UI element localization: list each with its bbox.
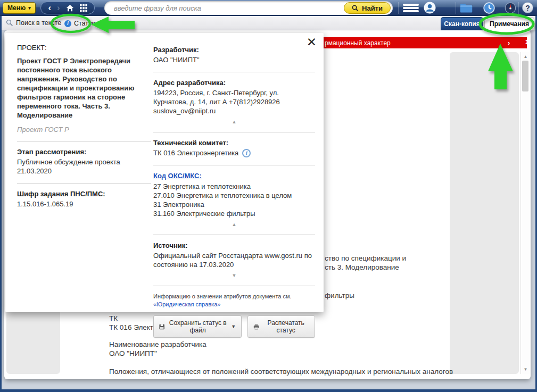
document-type: Проект ГОСТ Р [17, 126, 151, 134]
clock-icon[interactable] [483, 2, 495, 14]
status-button[interactable]: i Статус [61, 19, 98, 28]
address-label: Адрес разработчика: [153, 79, 315, 87]
navigation-pill: ‹ › [40, 2, 95, 14]
tab-notes-label: Примечания [490, 20, 529, 28]
banner-expand-icon[interactable]: › [508, 39, 510, 47]
warning-banner-text: рмационный характер [325, 39, 391, 47]
status-button-label: Статус [74, 20, 95, 27]
find-button-label: Найти [362, 4, 383, 12]
back-icon[interactable]: ‹ [48, 3, 51, 13]
divider [17, 183, 151, 184]
status-popup: ✕ ПРОЕКТ: Проект ГОСТ Р Электропередачи … [5, 33, 324, 312]
committee-value: ТК 016 Электроэнергетика [153, 148, 238, 157]
document-title: Проект ГОСТ Р Электропередачи постоянног… [17, 56, 151, 120]
hamburger-menu-icon[interactable] [403, 4, 419, 12]
tab-scan-copy-label: Скан-копия [444, 20, 480, 28]
toolbar-separator [456, 2, 456, 14]
oks-item: 31.160 Электрические фильтры [153, 209, 315, 218]
status-popup-left-column: ПРОЕКТ: Проект ГОСТ Р Электропередачи по… [17, 44, 151, 208]
help-icon[interactable]: ? [522, 2, 533, 13]
status-popup-right-column: Разработчик: ОАО "НИИПТ" Адрес разработч… [153, 46, 315, 338]
info-icon: i [64, 20, 71, 27]
menu-button[interactable]: Меню ▾ [3, 2, 36, 14]
committee-label: Технический комитет: [153, 139, 315, 147]
search-icon [6, 19, 13, 27]
document-line: фильтры [325, 291, 354, 299]
banner-close-icon[interactable]: ✕ [525, 38, 531, 46]
save-icon [159, 323, 164, 330]
scroll-up-icon[interactable]: ▲ [521, 54, 530, 59]
document-line: Положения, отличающиеся от положений соо… [109, 368, 453, 376]
document-line: ОАО "НИИПТ" [109, 349, 157, 357]
document-line: сть 3. Моделирование [325, 263, 399, 271]
task-code-label: Шифр задания ПНС/ПМС: [17, 190, 151, 198]
scroll-down-icon[interactable]: ▼ [521, 367, 530, 372]
find-button[interactable]: Найти [344, 2, 391, 14]
document-line: ство по спецификации и [325, 254, 406, 262]
search-input[interactable] [114, 3, 316, 13]
print-status-button[interactable]: Распечатать статус [247, 315, 315, 338]
folder-icon[interactable] [460, 3, 473, 13]
oks-item: 27.010 Энергетика и теплотехника в целом [153, 191, 315, 200]
home-icon[interactable] [66, 4, 74, 12]
oks-item: 27 Энергетика и теплотехника [153, 182, 315, 191]
collapse-up-icon[interactable]: ▲ [153, 119, 315, 124]
help-glyph: ? [522, 2, 533, 13]
menu-button-label: Меню [7, 4, 26, 12]
stage-value: Публичное обсуждение проекта 21.03.2020 [17, 157, 151, 176]
chevron-down-icon: ▾ [28, 5, 31, 11]
toolbar-separator [518, 2, 519, 14]
tab-scan-copy[interactable]: Скан-копия [441, 17, 483, 30]
grid-icon[interactable] [80, 4, 87, 12]
address-value: 194223, Россия, г. Санкт-Петербург, ул. … [153, 88, 315, 115]
source-label: Источник: [153, 241, 315, 249]
text-search-control[interactable]: Поиск в тексте [6, 19, 61, 27]
oks-mks-link[interactable]: Код ОКС/МКС: [153, 172, 202, 180]
search-icon [352, 5, 359, 12]
attributes-note-text: Информацию о значении атрибутов документ… [153, 293, 292, 299]
stage-label: Этап рассмотрения: [17, 148, 151, 156]
task-code-value: 1.15.016-1.065.19 [17, 199, 151, 208]
project-label: ПРОЕКТ: [17, 44, 151, 52]
source-value: Официальный сайт Росстандарта www.gost.r… [153, 251, 315, 269]
tab-notes[interactable]: Примечания [484, 17, 534, 30]
oks-item: 31 Электроника [153, 200, 315, 209]
collapse-down-icon[interactable]: ▼ [153, 273, 315, 278]
search-bar: Найти [104, 1, 393, 15]
user-icon[interactable] [424, 2, 436, 14]
gauge-icon[interactable] [505, 2, 516, 14]
divider [153, 235, 315, 235]
divider [153, 132, 315, 132]
document-line: ТК [109, 314, 118, 322]
notes-panel [450, 52, 519, 374]
forward-icon[interactable]: › [57, 3, 60, 13]
divider [153, 72, 315, 72]
print-status-label: Распечатать статус [262, 319, 309, 334]
legal-reference-link[interactable]: «Юридическая справка» [153, 301, 220, 307]
developer-value: ОАО "НИИПТ" [153, 55, 315, 64]
developer-label: Разработчик: [153, 46, 315, 54]
collapse-up-icon[interactable]: ▲ [153, 222, 315, 227]
divider [153, 165, 315, 165]
divider [17, 141, 151, 141]
document-line: Наименование разработчика [109, 340, 206, 348]
toolbar-separator [398, 2, 399, 14]
info-icon[interactable]: i [242, 149, 251, 157]
top-toolbar: Меню ▾ ‹ › Найти [0, 0, 537, 16]
save-status-button[interactable]: Сохранить статус в файл ▼ [153, 315, 242, 338]
scrollbar[interactable]: ▲ ▼ [521, 52, 530, 374]
text-search-label: Поиск в тексте [16, 19, 61, 27]
divider [153, 286, 315, 286]
save-status-label: Сохранить статус в файл [168, 319, 228, 334]
printer-icon [253, 323, 259, 330]
chevron-down-icon: ▼ [231, 324, 236, 329]
document-toolbar: Поиск в тексте i Статус Скан-копия Приме… [2, 16, 535, 30]
scrollbar-thumb[interactable] [522, 61, 528, 91]
